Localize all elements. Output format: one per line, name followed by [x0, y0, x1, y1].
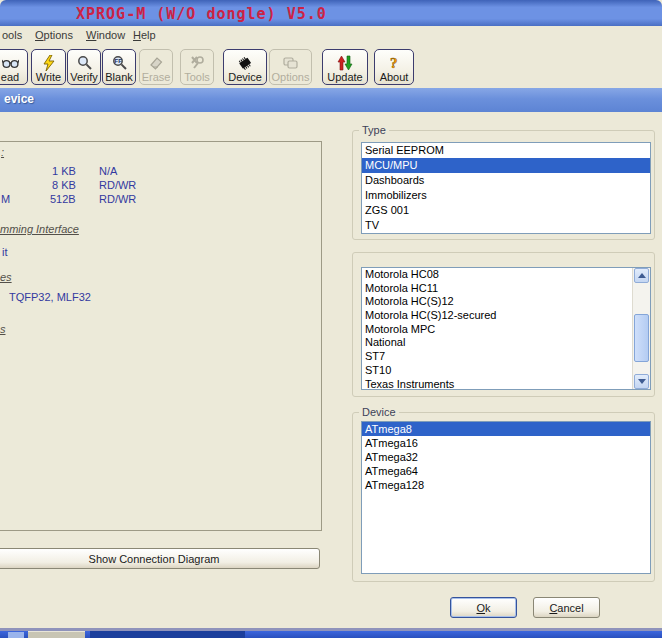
- tools-icon: [189, 54, 205, 71]
- blank-button-label: Blank: [105, 71, 133, 83]
- ok-button-label: O: [476, 602, 485, 614]
- device-list: ATmega8 ATmega16 ATmega32 ATmega64 ATmeg…: [361, 421, 651, 574]
- device-button-label: Device: [228, 71, 262, 83]
- memory-size: 512B: [50, 193, 76, 205]
- glasses-icon: [2, 54, 19, 71]
- remarks-heading-fragment: s: [0, 323, 6, 335]
- family-list-item[interactable]: ST7: [362, 350, 650, 364]
- screen: XPROG-M (W/O dongle) V5.0 ools Options W…: [0, 0, 662, 638]
- write-button-label: Write: [36, 71, 61, 83]
- family-list-item[interactable]: ST10: [362, 364, 650, 378]
- packages-heading-fragment: es: [0, 271, 12, 283]
- menu-label-part: W: [86, 29, 96, 41]
- dialog-titlebar: evice: [0, 88, 662, 112]
- lightning-icon: [42, 54, 56, 71]
- family-list: Motorola HC08 Motorola HC11 Motorola HC(…: [361, 267, 651, 390]
- taskbar-button[interactable]: [28, 631, 85, 638]
- type-list: Serial EEPROM MCU/MPU Dashboards Immobil…: [361, 142, 651, 234]
- menu-help[interactable]: Help: [133, 29, 156, 41]
- read-button-label: ead: [1, 71, 19, 83]
- about-button[interactable]: ? About: [374, 49, 414, 85]
- device-list-item[interactable]: ATmega64: [362, 464, 650, 478]
- memory-size: 1 KB: [52, 165, 76, 177]
- device-list-item[interactable]: ATmega128: [362, 478, 650, 492]
- scroll-up-button[interactable]: [634, 268, 649, 283]
- device-list-item[interactable]: ATmega16: [362, 436, 650, 450]
- type-list-item[interactable]: TV: [362, 218, 650, 233]
- tools-button: Tools: [180, 49, 214, 85]
- device-list-item-selected[interactable]: ATmega8: [362, 422, 650, 436]
- menu-label-part: elp: [141, 29, 156, 41]
- question-icon: ?: [387, 54, 401, 71]
- chip-icon: [236, 54, 254, 71]
- menu-window[interactable]: Window: [86, 29, 125, 41]
- tools-button-label: Tools: [184, 71, 210, 83]
- memory-access: N/A: [99, 165, 117, 177]
- dialog-title: evice: [4, 92, 34, 106]
- type-list-item[interactable]: ZGS 001: [362, 203, 650, 218]
- family-list-item[interactable]: Motorola HC08: [362, 268, 650, 282]
- memory-size: 8 KB: [52, 179, 76, 191]
- menu-label-part: O: [35, 29, 44, 41]
- taskbar-button-active[interactable]: [90, 631, 245, 638]
- type-list-item[interactable]: Dashboards: [362, 173, 650, 188]
- toolbar: ead Write Verify FF Blank Erase: [0, 45, 662, 88]
- family-list-scrollbar[interactable]: [632, 268, 650, 389]
- options-icon: [282, 54, 299, 71]
- device-button[interactable]: Device: [223, 49, 267, 85]
- type-groupbox: Type Serial EEPROM MCU/MPU Dashboards Im…: [352, 130, 655, 240]
- svg-text:?: ?: [390, 55, 398, 71]
- device-list-item[interactable]: ATmega32: [362, 450, 650, 464]
- window-title: XPROG-M (W/O dongle) V5.0: [76, 5, 327, 23]
- update-button-label: Update: [327, 71, 362, 83]
- taskbar-icon[interactable]: [8, 632, 24, 638]
- blank-button[interactable]: FF Blank: [102, 49, 136, 85]
- family-list-item[interactable]: National: [362, 336, 650, 350]
- cancel-button[interactable]: Cancel: [533, 597, 600, 618]
- svg-text:FF: FF: [114, 58, 122, 64]
- options-button: Options: [269, 49, 312, 85]
- device-groupbox: Device ATmega8 ATmega16 ATmega32 ATmega6…: [352, 412, 655, 582]
- arrow-up-icon: [638, 273, 646, 278]
- family-groupbox: Motorola HC08 Motorola HC11 Motorola HC(…: [352, 252, 655, 397]
- scroll-down-button[interactable]: [634, 374, 649, 389]
- type-list-item-selected[interactable]: MCU/MPU: [362, 158, 650, 173]
- memory-access: RD/WR: [99, 193, 136, 205]
- interface-value-fragment: it: [2, 246, 8, 258]
- type-list-item[interactable]: Serial EEPROM: [362, 143, 650, 158]
- menu-options[interactable]: Options: [35, 29, 73, 41]
- type-list-item[interactable]: Immobilizers: [362, 188, 650, 203]
- scroll-thumb[interactable]: [634, 314, 649, 362]
- taskbar: [0, 631, 662, 638]
- family-list-item[interactable]: Motorola HC(S)12: [362, 295, 650, 309]
- ok-button[interactable]: Ok: [450, 597, 517, 618]
- type-group-label: Type: [359, 124, 389, 136]
- menu-tools[interactable]: ools: [2, 29, 22, 41]
- menu-label-part: H: [133, 29, 141, 41]
- device-group-label: Device: [359, 406, 399, 418]
- memory-access: RD/WR: [99, 179, 136, 191]
- menu-label-part: indow: [96, 29, 125, 41]
- main-titlebar: XPROG-M (W/O dongle) V5.0: [0, 0, 662, 26]
- about-button-label: About: [380, 71, 409, 83]
- write-button[interactable]: Write: [31, 49, 66, 85]
- magnifier-ff-icon: FF: [112, 54, 127, 71]
- family-list-item[interactable]: Motorola MPC: [362, 323, 650, 337]
- device-info-panel: [0, 141, 322, 531]
- update-arrows-icon: [337, 54, 353, 71]
- show-connection-diagram-button[interactable]: Show Connection Diagram: [0, 548, 320, 569]
- options-button-label: Options: [272, 71, 310, 83]
- packages-value: TQFP32, MLF32: [9, 291, 91, 303]
- family-list-item[interactable]: Motorola HC11: [362, 282, 650, 296]
- ok-button-label: k: [485, 602, 491, 614]
- family-list-item[interactable]: Motorola HC(S)12-secured: [362, 309, 650, 323]
- programming-interface-heading: mming Interface: [0, 223, 79, 235]
- update-button[interactable]: Update: [322, 49, 368, 85]
- read-button[interactable]: ead: [0, 49, 28, 85]
- menubar: ools Options Window Help: [0, 26, 662, 45]
- magnifier-icon: [77, 54, 92, 71]
- verify-button-label: Verify: [70, 71, 98, 83]
- family-list-item[interactable]: Texas Instruments: [362, 378, 650, 391]
- verify-button[interactable]: Verify: [67, 49, 101, 85]
- erase-button: Erase: [139, 49, 173, 85]
